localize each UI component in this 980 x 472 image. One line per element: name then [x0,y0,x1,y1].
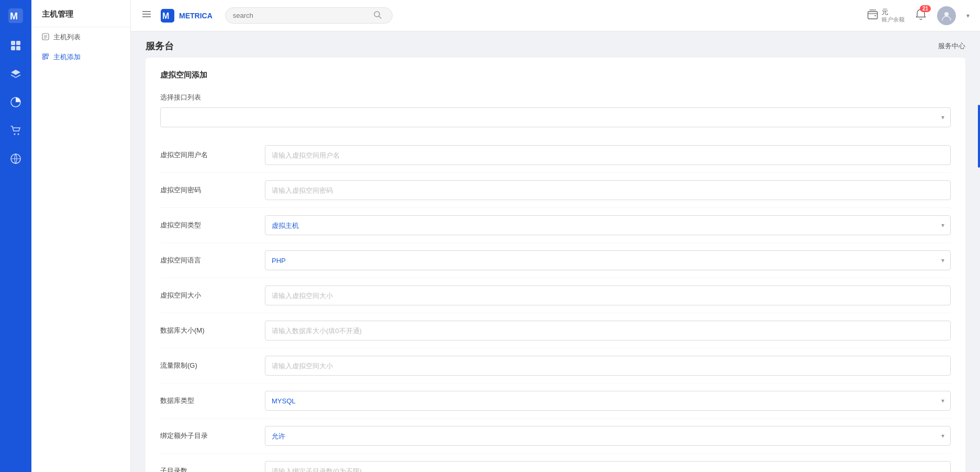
sidebar-item-host-add[interactable]: 主机添加 [31,47,130,67]
menu-icon[interactable] [141,9,152,22]
sidebar-header: 主机管理 [31,0,130,27]
space-size-input[interactable] [265,286,951,305]
wallet-sublabel: 账户余额 [882,16,905,23]
space-language-select[interactable]: PHP ASP ASP.NET Java [265,250,951,270]
form-group-subdir-redirect: 绑定额外子目录 允许 禁止 ▾ [160,419,951,454]
topbar-right: 元 账户余额 21 ▾ [867,6,970,25]
form-group-traffic: 流量限制(G) [160,348,951,383]
search-box [225,7,393,24]
interface-list-section: 选择接口列表 ▾ [160,93,951,127]
wallet-button[interactable]: 元 账户余额 [867,8,905,23]
page-header: 服务台 服务中心 [131,31,980,58]
svg-rect-2 [11,41,15,45]
pie-chart-nav-icon[interactable] [0,88,31,116]
svg-rect-3 [16,41,20,45]
globe-nav-icon[interactable] [0,145,31,173]
interface-list-select[interactable] [160,107,951,127]
search-input[interactable] [233,12,369,19]
space-size-label: 虚拟空间大小 [160,291,265,300]
form-group-username: 虚拟空间用户名 [160,138,951,173]
svg-rect-21 [868,12,877,19]
icon-bar: M [0,0,31,472]
form-group-space-size: 虚拟空间大小 [160,278,951,313]
interface-select-wrapper: ▾ [160,107,951,127]
subdir-count-label: 子目录数 [160,466,265,472]
space-type-wrapper: 虚拟主机 VPS 独立服务器 ▾ [265,215,951,235]
wallet-icon [867,9,878,22]
sidebar-item-host-add-label: 主机添加 [53,52,81,62]
interface-list-label: 选择接口列表 [160,93,951,102]
form-group-db-size: 数据库大小(M) [160,313,951,348]
username-label: 虚拟空间用户名 [160,150,265,160]
form-group-password: 虚拟空间密码 [160,173,951,208]
subdir-redirect-label: 绑定额外子目录 [160,431,265,441]
page-title: 服务台 [146,40,174,52]
brand-logo: M METRICA [160,8,213,23]
form-card: 虚拟空间添加 选择接口列表 ▾ 虚拟空间用户名 [146,58,965,472]
avatar[interactable] [937,6,956,25]
svg-rect-4 [11,46,15,50]
form-group-subdir-count: 子目录数 [160,454,951,472]
svg-line-20 [379,16,381,18]
password-input[interactable] [265,180,951,200]
logo: M [0,0,31,31]
form-group-db-type: 数据库类型 MYSQL MSSQL PostgreSQL ▾ [160,383,951,419]
topbar: M METRICA [131,0,980,31]
form-section: 虚拟空间用户名 虚拟空间密码 虚拟空间类型 虚拟主机 VPS 独立服务器 [160,138,951,472]
wallet-currency: 元 [882,8,905,16]
svg-point-7 [14,134,16,135]
space-type-label: 虚拟空间类型 [160,221,265,230]
form-card-title: 虚拟空间添加 [160,70,951,80]
traffic-label: 流量限制(G) [160,361,265,370]
notification-badge: 21 [920,5,931,12]
service-center-link[interactable]: 服务中心 [938,41,965,51]
db-size-input[interactable] [265,321,951,341]
wallet-text: 元 账户余额 [882,8,905,23]
db-type-select[interactable]: MYSQL MSSQL PostgreSQL [265,391,951,411]
space-language-wrapper: PHP ASP ASP.NET Java ▾ [265,250,951,270]
subdir-redirect-wrapper: 允许 禁止 ▾ [265,426,951,446]
content-area: 服务台 服务中心 虚拟空间添加 选择接口列表 ▾ 虚拟空间用户名 [131,31,980,472]
subdir-count-input[interactable] [265,461,951,472]
space-language-label: 虚拟空间语言 [160,256,265,265]
subdir-redirect-select[interactable]: 允许 禁止 [265,426,951,446]
dashboard-nav-icon[interactable] [0,31,31,60]
space-type-select[interactable]: 虚拟主机 VPS 独立服务器 [265,215,951,235]
form-group-space-language: 虚拟空间语言 PHP ASP ASP.NET Java ▾ [160,243,951,278]
svg-text:M: M [10,11,18,21]
host-add-icon [42,53,49,62]
svg-rect-5 [16,46,20,50]
sidebar-item-host-list[interactable]: 主机列表 [31,27,130,47]
password-label: 虚拟空间密码 [160,185,265,195]
db-type-label: 数据库类型 [160,396,265,405]
sidebar: 主机管理 主机列表 主机添加 [31,0,131,472]
svg-text:M: M [162,12,169,20]
cart-nav-icon[interactable] [0,116,31,145]
host-list-icon [42,33,49,42]
main-area: M METRICA [131,0,980,472]
notification-button[interactable]: 21 [915,8,927,23]
search-icon [373,10,382,20]
brand-name: METRICA [179,12,213,20]
layers-nav-icon[interactable] [0,60,31,88]
svg-point-8 [18,134,19,135]
form-group-space-type: 虚拟空间类型 虚拟主机 VPS 独立服务器 ▾ [160,208,951,243]
db-size-label: 数据库大小(M) [160,326,265,335]
svg-point-22 [944,12,949,16]
db-type-wrapper: MYSQL MSSQL PostgreSQL ▾ [265,391,951,411]
username-input[interactable] [265,145,951,165]
avatar-caret-icon[interactable]: ▾ [966,12,970,19]
sidebar-item-host-list-label: 主机列表 [53,32,81,42]
scrollbar-indicator [978,105,980,168]
traffic-input[interactable] [265,356,951,376]
